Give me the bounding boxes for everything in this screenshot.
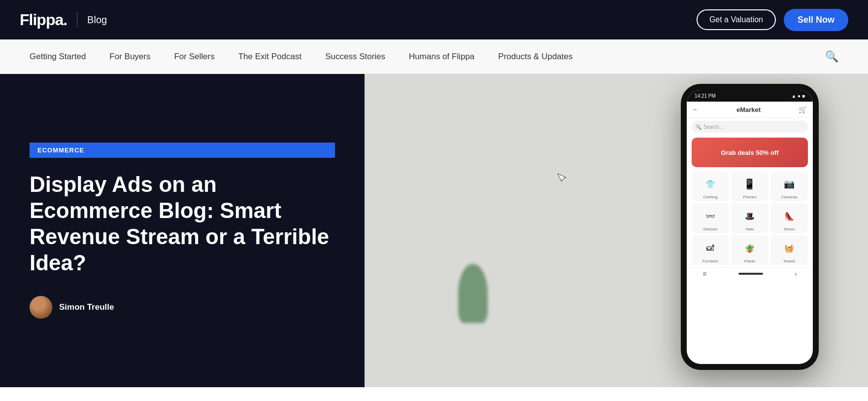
nav-link-products-updates[interactable]: Products & Updates <box>498 52 572 62</box>
get-valuation-button[interactable]: Get a Valuation <box>697 9 776 30</box>
phone-home-indicator <box>738 273 763 275</box>
phone-icons: ▲ ● ■ <box>791 93 805 99</box>
secondary-navigation: Getting Started For Buyers For Sellers T… <box>0 39 868 74</box>
cameras-label: Cameras <box>781 195 797 199</box>
phone-screen: 14:21 PM ▲ ● ■ ← eMarket 🛒 🔍 Search... G… <box>687 90 813 364</box>
nav-link-exit-podcast[interactable]: The Exit Podcast <box>238 52 302 62</box>
shoes-icon: 👠 <box>780 207 798 225</box>
mouse-cursor <box>557 173 567 182</box>
app-title: eMarket <box>736 106 761 113</box>
banner-text: Grab deals 50% off <box>721 149 778 156</box>
furniture-icon: 🛋 <box>701 239 719 257</box>
category-glasses: 👓 Glasses <box>692 203 729 233</box>
phone-mockup: 14:21 PM ▲ ● ■ ← eMarket 🛒 🔍 Search... G… <box>681 84 819 370</box>
back-icon: ← <box>693 106 699 113</box>
phone-search-icon: 🔍 <box>696 124 701 130</box>
hero-left-panel: ECOMMERCE Display Ads on an Ecommerce Bl… <box>0 74 365 387</box>
category-hats: 🎩 Hats <box>731 203 768 233</box>
category-cameras: 📷 Cameras <box>770 171 808 201</box>
nav-links-container: Getting Started For Buyers For Sellers T… <box>30 52 573 62</box>
plants-icon: 🪴 <box>741 239 759 257</box>
search-button[interactable]: 🔍 <box>825 50 838 63</box>
phone-categories-grid: 👕 Clothing 📱 Phones 📷 Cameras 👓 Gla <box>687 169 813 267</box>
cart-icon: 🛒 <box>799 106 807 113</box>
glasses-label: Glasses <box>703 227 718 231</box>
phones-label: Phones <box>743 195 756 199</box>
phone-status-bar: 14:21 PM ▲ ● ■ <box>687 90 813 102</box>
search-icon: 🔍 <box>825 50 838 63</box>
nav-link-success-stories[interactable]: Success Stories <box>325 52 385 62</box>
hats-label: Hats <box>746 227 754 231</box>
plants-label: Plants <box>744 259 755 263</box>
phone-banner: Grab deals 50% off <box>692 138 808 167</box>
phone-nav-back: › <box>795 270 797 278</box>
logo[interactable]: Flippa. <box>20 11 67 29</box>
nav-right: Get a Valuation Sell Now <box>697 9 848 31</box>
clothing-icon: 👕 <box>701 175 719 193</box>
sell-now-button[interactable]: Sell Now <box>784 9 848 31</box>
category-shoes: 👠 Shoes <box>770 203 808 233</box>
towels-icon: 🧺 <box>780 239 798 257</box>
category-clothing: 👕 Clothing <box>692 171 729 201</box>
background-plant <box>453 264 493 338</box>
hero-section: ECOMMERCE Display Ads on an Ecommerce Bl… <box>0 74 868 387</box>
furniture-label: Furniture <box>702 259 718 263</box>
category-phones: 📱 Phones <box>731 171 768 201</box>
nav-link-humans-of-flippa[interactable]: Humans of Flippa <box>409 52 474 62</box>
phones-icon: 📱 <box>741 175 759 193</box>
phone-bottom-bar: ≡ › <box>687 267 813 281</box>
category-furniture: 🛋 Furniture <box>692 235 729 265</box>
nav-link-for-buyers[interactable]: For Buyers <box>109 52 150 62</box>
shoes-label: Shoes <box>784 227 795 231</box>
author-info: Simon Treulle <box>30 296 335 319</box>
blog-label: Blog <box>87 14 107 26</box>
phone-app-header: ← eMarket 🛒 <box>687 102 813 118</box>
avatar <box>30 296 52 319</box>
glasses-icon: 👓 <box>701 207 719 225</box>
hero-right-panel: 14:21 PM ▲ ● ■ ← eMarket 🛒 🔍 Search... G… <box>365 74 868 387</box>
avatar-image <box>30 296 52 319</box>
author-name: Simon Treulle <box>59 302 114 312</box>
phone-search-placeholder: Search... <box>703 124 723 130</box>
plant-shape <box>458 264 488 323</box>
clothing-label: Clothing <box>703 195 717 199</box>
cameras-icon: 📷 <box>780 175 798 193</box>
phone-search: 🔍 Search... <box>692 121 808 133</box>
category-badge[interactable]: ECOMMERCE <box>30 143 335 158</box>
hero-title: Display Ads on an Ecommerce Blog: Smart … <box>30 172 335 276</box>
top-navigation: Flippa. Blog Get a Valuation Sell Now <box>0 0 868 39</box>
towels-label: Towels <box>783 259 795 263</box>
nav-left: Flippa. Blog <box>20 11 107 29</box>
nav-divider <box>77 12 77 27</box>
hats-icon: 🎩 <box>741 207 759 225</box>
category-towels: 🧺 Towels <box>770 235 808 265</box>
category-plants: 🪴 Plants <box>731 235 768 265</box>
phone-nav-home: ≡ <box>702 270 706 278</box>
phone-time: 14:21 PM <box>695 93 716 99</box>
nav-link-getting-started[interactable]: Getting Started <box>30 52 86 62</box>
nav-link-for-sellers[interactable]: For Sellers <box>174 52 214 62</box>
